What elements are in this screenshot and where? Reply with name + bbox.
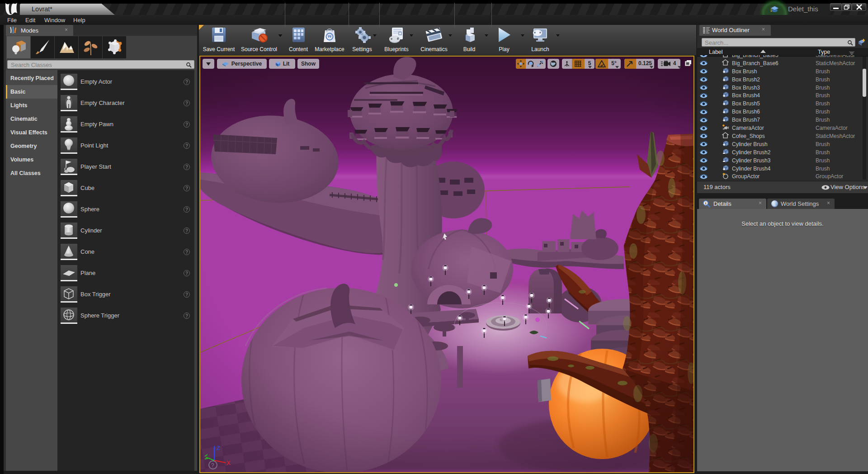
svg-text:X: X <box>226 460 231 466</box>
svg-text:?: ? <box>211 462 214 469</box>
svg-text:Z: Z <box>217 445 220 451</box>
